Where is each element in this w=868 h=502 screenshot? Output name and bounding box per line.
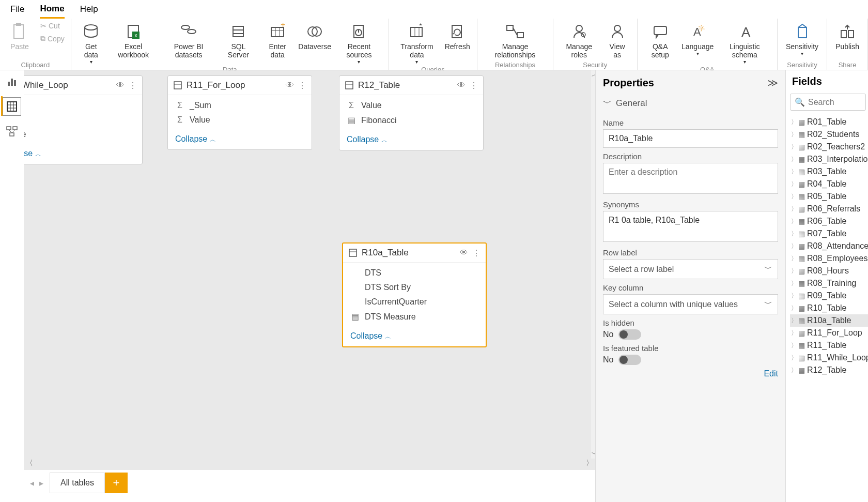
- field-row[interactable]: DTS Sort By: [343, 280, 486, 295]
- svg-rect-8: [233, 26, 243, 37]
- field-row[interactable]: ▤DTS Measure: [343, 309, 486, 324]
- field-item[interactable]: 〉▦R06_Referrals: [790, 203, 868, 215]
- field-item[interactable]: 〉▦R12_Table: [790, 364, 868, 376]
- field-row[interactable]: [24, 113, 142, 127]
- field-item[interactable]: 〉▦R08_Training: [790, 277, 868, 290]
- field-item[interactable]: 〉▦R04_Table: [790, 178, 868, 190]
- visibility-icon[interactable]: 👁: [457, 81, 466, 90]
- synonyms-input[interactable]: R1 0a table, R10a_Table: [603, 211, 778, 242]
- model-canvas[interactable]: 1_While_Loop 👁 ⋮ lue Collapse ︿ R11_For_…: [24, 70, 595, 470]
- scroll-right-icon[interactable]: 〉: [586, 459, 593, 469]
- field-row[interactable]: lue: [24, 127, 142, 142]
- sensitivity-button[interactable]: Sensitivity▾: [782, 21, 823, 57]
- visibility-icon[interactable]: 👁: [286, 81, 294, 90]
- is-featured-toggle[interactable]: [618, 355, 641, 365]
- pbi-datasets-button[interactable]: Power BI datasets: [160, 21, 218, 60]
- field-item[interactable]: 〉▦R02_Teachers2: [790, 141, 868, 153]
- field-row[interactable]: ▤Fibonacci: [339, 113, 483, 128]
- field-item[interactable]: 〉▦R08_Employees: [790, 252, 868, 265]
- language-button[interactable]: A字Language▾: [680, 21, 715, 57]
- add-tab-button[interactable]: +: [105, 473, 128, 493]
- name-input[interactable]: [603, 129, 778, 148]
- field-item[interactable]: 〉▦R10a_Table: [790, 314, 868, 327]
- general-section[interactable]: ﹀General: [603, 95, 778, 114]
- table-icon: ▦: [798, 354, 805, 362]
- cut-button[interactable]: ✂Cut: [38, 21, 67, 31]
- field-item[interactable]: 〉▦R03_Table: [790, 165, 868, 178]
- visibility-icon[interactable]: 👁: [460, 248, 468, 257]
- nav-next-icon[interactable]: ▸: [39, 478, 43, 488]
- field-item[interactable]: 〉▦R11_For_Loop: [790, 327, 868, 339]
- field-item[interactable]: 〉▦R08_Attendance: [790, 240, 868, 252]
- collapse-link[interactable]: Collapse ︿: [347, 135, 388, 144]
- view-as-button[interactable]: View as: [602, 21, 633, 60]
- scroll-left-icon[interactable]: 〈: [26, 459, 33, 469]
- get-data-button[interactable]: Get data▾: [75, 21, 107, 66]
- more-icon[interactable]: ⋮: [470, 81, 478, 90]
- is-hidden-toggle[interactable]: [618, 329, 641, 340]
- row-label-select[interactable]: Select a row label﹀: [603, 259, 778, 279]
- tab-home[interactable]: Home: [40, 1, 64, 19]
- table-icon: ▦: [798, 143, 805, 151]
- model-view-button[interactable]: [3, 122, 21, 141]
- field-item[interactable]: 〉▦R11_While_Loop: [790, 352, 868, 364]
- field-item[interactable]: 〉▦R05_Table: [790, 190, 868, 203]
- transform-data-button[interactable]: Transform data▾: [393, 21, 441, 66]
- collapse-link[interactable]: Collapse ︿: [24, 149, 41, 158]
- svg-point-7: [188, 29, 196, 34]
- enter-data-button[interactable]: +Enter data: [259, 21, 296, 60]
- field-item[interactable]: 〉▦R01_Table: [790, 116, 868, 128]
- field-row[interactable]: IsCurrentQuarter: [343, 295, 486, 309]
- manage-relationships-button[interactable]: Manage relationships: [482, 21, 549, 60]
- more-icon[interactable]: ⋮: [129, 81, 137, 90]
- field-row[interactable]: [24, 98, 142, 113]
- collapse-link[interactable]: Collapse ︿: [350, 331, 391, 340]
- field-item[interactable]: 〉▦R08_Hours: [790, 265, 868, 277]
- svg-rect-0: [14, 25, 23, 38]
- publish-button[interactable]: Publish: [831, 21, 863, 52]
- excel-button[interactable]: xExcel workbook: [108, 21, 159, 60]
- data-view-button[interactable]: [3, 97, 21, 116]
- table-card-while[interactable]: 1_While_Loop 👁 ⋮ lue Collapse ︿: [24, 75, 143, 164]
- refresh-button[interactable]: Refresh: [442, 21, 473, 52]
- field-item[interactable]: 〉▦R03_Interpolatio: [790, 153, 868, 165]
- field-item[interactable]: 〉▦R07_Table: [790, 227, 868, 240]
- table-card-r10a[interactable]: R10a_Table 👁 ⋮ DTS DTS Sort By IsCurrent…: [342, 242, 487, 347]
- sql-server-button[interactable]: SQL Server: [219, 21, 258, 60]
- field-item[interactable]: 〉▦R10_Table: [790, 302, 868, 314]
- more-icon[interactable]: ⋮: [298, 81, 306, 90]
- field-row[interactable]: ΣValue: [339, 98, 483, 113]
- more-icon[interactable]: ⋮: [472, 248, 481, 258]
- all-tables-tab[interactable]: All tables: [50, 473, 105, 493]
- collapse-panel-icon[interactable]: ≫: [767, 77, 778, 89]
- chevron-right-icon: 〉: [791, 267, 796, 276]
- table-card-for[interactable]: R11_For_Loop 👁 ⋮ Σ_Sum ΣValue Collapse ︿: [167, 75, 312, 150]
- fields-search[interactable]: 🔍: [790, 94, 866, 111]
- paste-button[interactable]: Paste: [4, 21, 35, 52]
- recent-sources-button[interactable]: Recent sources▾: [334, 21, 384, 66]
- copy-button[interactable]: ⧉Copy: [38, 33, 67, 44]
- field-item[interactable]: 〉▦R06_Table: [790, 215, 868, 227]
- dataverse-button[interactable]: Dataverse: [297, 21, 333, 52]
- linguistic-schema-button[interactable]: ALinguistic schema▾: [716, 21, 773, 66]
- field-row[interactable]: ΣValue: [168, 113, 312, 127]
- field-item[interactable]: 〉▦R09_Table: [790, 290, 868, 302]
- field-row[interactable]: DTS: [343, 266, 486, 280]
- table-card-r12[interactable]: R12_Table 👁 ⋮ ΣValue ▤Fibonacci Collapse…: [339, 75, 484, 150]
- qa-setup-button[interactable]: Q&A setup: [642, 21, 679, 60]
- field-item[interactable]: 〉▦R02_Students: [790, 128, 868, 141]
- field-item[interactable]: 〉▦R11_Table: [790, 339, 868, 352]
- manage-roles-button[interactable]: Manage roles: [557, 21, 601, 60]
- field-row[interactable]: Σ_Sum: [168, 98, 312, 113]
- search-input[interactable]: [808, 98, 861, 107]
- nav-prev-icon[interactable]: ◂: [30, 478, 34, 488]
- edit-link[interactable]: Edit: [764, 369, 778, 378]
- report-view-button[interactable]: [3, 72, 21, 91]
- tab-file[interactable]: File: [10, 1, 24, 18]
- tab-help[interactable]: Help: [80, 1, 98, 18]
- svg-rect-37: [848, 31, 854, 38]
- visibility-icon[interactable]: 👁: [116, 81, 125, 90]
- description-input[interactable]: [603, 163, 778, 194]
- collapse-link[interactable]: Collapse ︿: [175, 134, 216, 143]
- key-column-select[interactable]: Select a column with unique values﹀: [603, 294, 778, 314]
